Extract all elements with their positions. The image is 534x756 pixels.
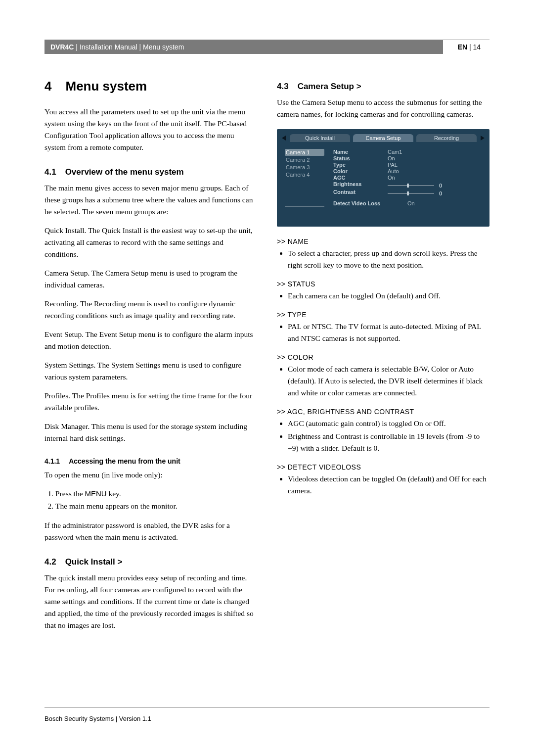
section-title: Camera Setup > [298,82,361,92]
prop-label: AGC [333,175,388,181]
footer-text: Bosch Security Systems | Version 1.1 [44,715,151,722]
prop-label: Status [333,155,388,161]
param-heading: >> COLOR [277,353,490,361]
bullet-list: Videoloss detection can be toggled On (d… [277,473,490,497]
bullet-item: Each camera can be toggled On (default) … [288,290,490,302]
section-number: 4.2 [44,557,56,567]
body-text: To open the menu (in live mode only): [44,469,257,481]
slider-thumb-icon[interactable] [407,191,409,195]
prop-row: Brightness 0 [333,181,482,189]
menu-body: Camera 1 Camera 2 Camera 3 Camera 4 Name… [282,147,485,207]
chapter-title: Menu system [65,79,147,94]
doc-title: Installation Manual [80,43,137,51]
tab-camera-setup[interactable]: Camera Setup [353,134,413,142]
tab-recording[interactable]: Recording [416,134,477,142]
menu-key-label: MENU [85,489,106,498]
brightness-slider[interactable]: 0 [388,181,482,189]
page-header: DVR4C | Installation Manual | Menu syste… [44,40,490,54]
prop-label: Color [333,168,388,174]
prop-row: Detect Video Loss On [333,200,482,206]
step-item: The main menu appears on the monitor. [55,500,257,513]
body-text: The main menu gives access to seven majo… [44,182,257,218]
header-lang-page: EN | 14 [443,40,490,54]
subsection-number: 4.1.1 [44,457,60,465]
body-text: Camera Setup. The Camera Setup menu is u… [44,267,257,291]
bullet-item: Brightness and Contrast is controllable … [288,430,490,454]
contrast-slider[interactable]: 0 [388,189,482,196]
intro-paragraph: You access all the parameters used to se… [44,106,257,153]
prop-row: AGC On [333,175,482,181]
bullet-item: PAL or NTSC. The TV format is auto-detec… [288,321,490,344]
step-text: key. [107,489,121,498]
chevron-right-icon[interactable] [481,136,485,141]
left-column: 4 Menu system You access all the paramet… [44,79,257,638]
subsection-title: Accessing the menu from the unit [69,457,180,465]
bullet-list: Color mode of each camera is selectable … [277,363,490,399]
prop-value[interactable]: On [388,155,482,161]
slider-value: 0 [437,183,442,189]
slider-value: 0 [437,190,442,196]
bullet-list: PAL or NTSC. The TV format is auto-detec… [277,321,490,344]
bullet-item: Color mode of each camera is selectable … [288,363,490,399]
body-text: Use the Camera Setup menu to access the … [277,96,490,120]
camera-list-item[interactable]: Camera 4 [285,171,324,178]
body-text: If the administrator password is enabled… [44,520,257,543]
header-separator: | [76,43,80,51]
chevron-left-icon[interactable] [282,136,286,141]
prop-value[interactable]: On [407,200,482,206]
prop-label: Name [333,149,388,155]
param-heading: >> TYPE [277,311,490,319]
body-text: System Settings. The System Settings men… [44,359,257,383]
prop-label: Contrast [333,189,388,196]
body-text: Disk Manager. This menu is used for the … [44,421,257,444]
section-number: 4.3 [277,82,289,92]
dvr-menu-screenshot: Quick Install Camera Setup Recording Cam… [277,129,490,227]
step-item: Press the MENU key. [55,488,257,500]
chapter-number: 4 [44,79,51,94]
camera-list-item[interactable]: Camera 3 [285,164,324,171]
page-number: 14 [473,43,481,51]
bullet-item: AGC (automatic gain control) is toggled … [288,418,490,429]
prop-value[interactable]: PAL [388,162,482,168]
body-text: Event Setup. The Event Setup menu is to … [44,329,257,352]
bullet-list: Each camera can be toggled On (default) … [277,290,490,302]
numbered-steps: Press the MENU key. The main menu appear… [44,488,257,513]
bullet-list: AGC (automatic gain control) is toggled … [277,418,490,454]
camera-list-item[interactable]: Camera 1 [285,149,324,156]
prop-value[interactable]: Auto [388,168,482,174]
bullet-list: To select a character, press up and down… [277,247,490,271]
subsection-heading: 4.1.1 Accessing the menu from the unit [44,457,257,465]
two-column-content: 4 Menu system You access all the paramet… [44,79,490,638]
prop-value[interactable]: Cam1 [388,149,482,155]
prop-row: Color Auto [333,168,482,174]
camera-list: Camera 1 Camera 2 Camera 3 Camera 4 [285,149,324,207]
body-text: Quick Install. The Quick Install is the … [44,225,257,260]
section-number: 4.1 [44,167,56,177]
camera-list-item[interactable]: Camera 2 [285,156,324,163]
prop-row: Status On [333,155,482,161]
step-text: Press the [55,489,85,498]
prop-row: Type PAL [333,162,482,168]
prop-row: Name Cam1 [333,149,482,155]
page-footer: Bosch Security Systems | Version 1.1 [44,708,490,722]
bullet-item: To select a character, press up and down… [288,247,490,271]
prop-value[interactable]: On [388,175,482,181]
body-text: Profiles. The Profiles menu is for setti… [44,390,257,414]
chapter-heading: 4 Menu system [44,79,257,94]
tab-quick-install[interactable]: Quick Install [290,134,350,142]
lang-code: EN [458,43,467,51]
camera-properties: Name Cam1 Status On Type PAL Color [333,149,482,207]
prop-label: Brightness [333,181,388,189]
menu-tabs: Quick Install Camera Setup Recording [282,134,485,142]
param-heading: >> DETECT VIDEOLOSS [277,463,490,471]
breadcrumb: Menu system [143,43,184,51]
prop-label: Type [333,162,388,168]
section-heading: 4.2 Quick Install > [44,557,257,567]
section-title: Overview of the menu system [65,167,184,177]
slider-thumb-icon[interactable] [407,184,409,188]
body-text: The quick install menu provides easy set… [44,572,257,631]
section-heading: 4.3 Camera Setup > [277,82,490,92]
prop-row: Contrast 0 [333,189,482,196]
header-crumb: DVR4C | Installation Manual | Menu syste… [44,40,443,54]
product-name: DVR4C [50,43,74,51]
